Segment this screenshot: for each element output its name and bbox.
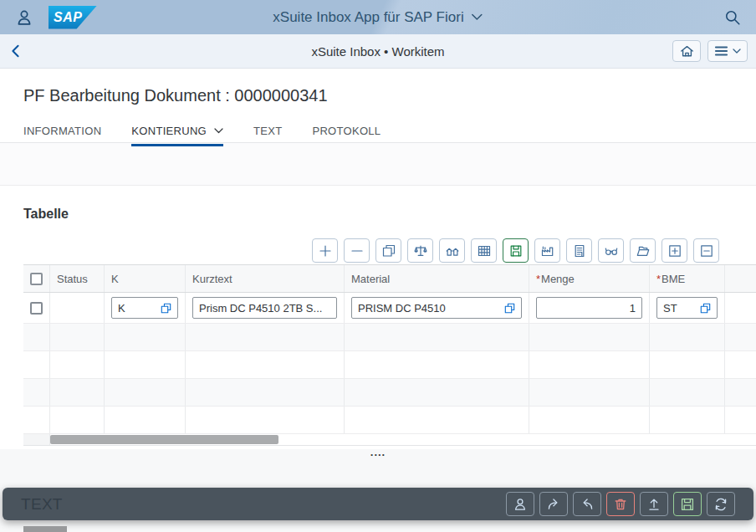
select-all-checkbox[interactable] <box>30 273 43 285</box>
copy-button[interactable] <box>375 238 401 263</box>
kontierung-table: Status K Kurztext Material *Menge *BME K <box>23 264 756 446</box>
scrolled-element-stub <box>23 526 67 532</box>
scales-button[interactable] <box>407 238 433 263</box>
main-content: Tabelle <box>0 186 756 449</box>
app-title-menu[interactable]: xSuite Inbox App für SAP Fiori <box>273 9 483 26</box>
tab-information[interactable]: INFORMATION <box>23 125 101 146</box>
document-list-button[interactable] <box>566 238 592 263</box>
footer-toolbar: TEXT <box>3 488 753 520</box>
table-header-row: Status K Kurztext Material *Menge *BME <box>23 265 756 293</box>
document-list-icon <box>573 244 586 258</box>
kurztext-value: Prism DC P4510 2TB S... <box>199 302 330 315</box>
tab-label: PROTOKOLL <box>312 125 381 137</box>
hamburger-icon <box>714 45 728 57</box>
save-icon <box>680 497 695 512</box>
value-help-icon[interactable] <box>700 303 711 314</box>
tab-label: TEXT <box>253 125 282 137</box>
add-button[interactable] <box>312 238 338 263</box>
table-row-empty <box>23 379 756 407</box>
footer-save-button[interactable] <box>673 492 702 516</box>
home-button[interactable] <box>672 40 701 62</box>
menge-input[interactable]: 1 <box>536 297 642 319</box>
search-icon <box>724 9 741 26</box>
page-title: PF Bearbeitung Dokument : 0000000341 <box>23 86 733 105</box>
open-folder-button[interactable] <box>630 238 656 263</box>
table-horizontal-scrollbar <box>23 434 756 446</box>
scales-icon <box>414 244 427 258</box>
grid-icon <box>478 244 491 258</box>
text-section-title: TEXT <box>21 495 63 514</box>
value-help-icon[interactable] <box>504 303 515 314</box>
column-header-k: K <box>105 265 186 292</box>
column-header-bme: *BME <box>650 265 725 292</box>
houses-button[interactable] <box>439 238 465 263</box>
table-row: K Prism DC P4510 2TB S... PRISM DC P4510 <box>23 293 756 324</box>
table-section-title: Tabelle <box>23 207 756 222</box>
table-toolbar <box>0 238 719 263</box>
material-input[interactable]: PRISM DC P4510 <box>351 297 522 319</box>
column-header-overflow <box>725 265 756 292</box>
table-row-empty <box>23 324 756 351</box>
scrollbar-thumb[interactable] <box>50 435 278 444</box>
insert-row-button[interactable] <box>662 238 687 263</box>
delete-button[interactable] <box>606 492 635 516</box>
table-row-empty <box>23 407 756 434</box>
collapsed-header-band <box>0 143 756 186</box>
row-checkbox[interactable] <box>30 302 43 315</box>
table-row-empty <box>23 351 756 379</box>
add-icon <box>319 244 332 258</box>
resize-grip[interactable]: .... <box>370 448 386 457</box>
kurztext-input[interactable]: Prism DC P4510 2TB S... <box>192 297 337 319</box>
tab-text[interactable]: TEXT <box>253 125 282 146</box>
glasses-button[interactable] <box>598 238 624 263</box>
home-icon <box>680 44 694 59</box>
menge-value: 1 <box>543 302 636 315</box>
forward-icon <box>546 497 561 512</box>
delete-row-button[interactable] <box>693 238 719 263</box>
factory-icon <box>541 244 554 258</box>
trash-icon <box>613 497 628 512</box>
refresh-button[interactable] <box>707 492 735 516</box>
search-button[interactable] <box>724 9 741 26</box>
back-button[interactable] <box>8 43 23 59</box>
user-action-button[interactable] <box>506 492 534 516</box>
breadcrumb: xSuite Inbox • Workitem <box>311 44 444 59</box>
required-marker: * <box>536 273 540 285</box>
tab-kontierung[interactable]: KONTIERUNG <box>131 125 223 146</box>
factory-button[interactable] <box>534 238 560 263</box>
upload-icon <box>646 497 662 512</box>
sub-header: xSuite Inbox • Workitem <box>0 34 756 69</box>
subtract-button[interactable] <box>344 238 370 263</box>
material-value: PRISM DC P4510 <box>358 302 501 315</box>
value-help-icon[interactable] <box>161 303 171 314</box>
undo-button[interactable] <box>573 492 601 516</box>
delete-row-icon <box>700 244 713 258</box>
chevron-down-icon <box>214 128 223 134</box>
forward-button[interactable] <box>539 492 568 516</box>
grid-button[interactable] <box>471 238 497 263</box>
insert-row-icon <box>668 244 682 258</box>
copy-icon <box>382 244 396 258</box>
required-marker: * <box>656 273 661 285</box>
chevron-down-icon <box>472 13 483 21</box>
tab-protokoll[interactable]: PROTOKOLL <box>312 125 381 146</box>
person-icon <box>15 8 33 27</box>
bme-value: ST <box>663 302 697 315</box>
save-button[interactable] <box>503 238 529 263</box>
sap-logo[interactable]: SAP <box>49 6 97 29</box>
chevron-left-icon <box>8 43 23 59</box>
k-value: K <box>118 302 157 315</box>
upload-button[interactable] <box>640 492 668 516</box>
save-icon <box>509 244 523 258</box>
bme-input[interactable]: ST <box>656 297 718 319</box>
column-header-kurztext: Kurztext <box>186 265 345 292</box>
column-header-material: Material <box>345 265 529 292</box>
sap-logo-text: SAP <box>54 10 82 25</box>
page-header: PF Bearbeitung Dokument : 0000000341 INF… <box>0 69 756 143</box>
menu-button[interactable] <box>707 40 748 62</box>
refresh-icon <box>713 497 728 512</box>
scrollbar-track[interactable] <box>50 434 756 445</box>
k-input[interactable]: K <box>111 297 178 319</box>
tab-label: KONTIERUNG <box>131 125 207 137</box>
user-button[interactable] <box>15 8 33 27</box>
